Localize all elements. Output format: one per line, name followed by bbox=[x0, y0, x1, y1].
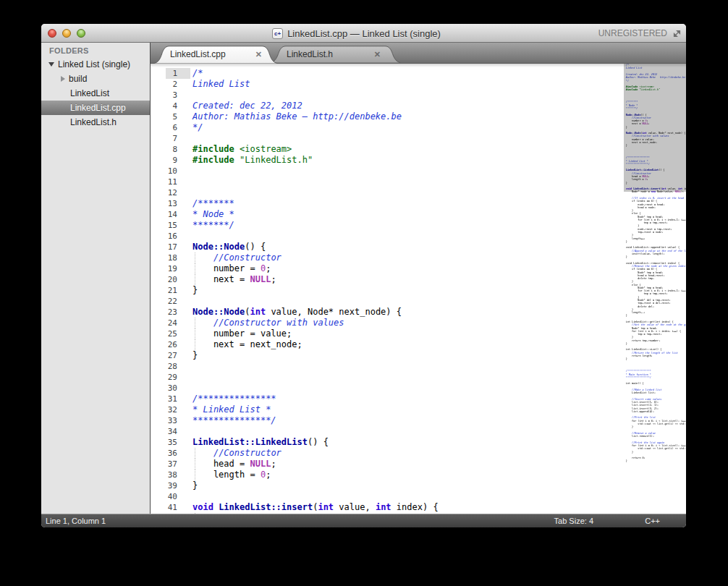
code-line[interactable]: //Constructor bbox=[192, 448, 686, 459]
code-line[interactable]: next = NULL; bbox=[192, 274, 686, 285]
line-number: 28 bbox=[151, 361, 190, 372]
code-line[interactable]: */ bbox=[192, 122, 686, 133]
code-line[interactable]: Created: dec 22, 2012 bbox=[192, 101, 686, 111]
tab-close-icon[interactable]: ✕ bbox=[374, 46, 381, 63]
sidebar: FOLDERS Linked List (single)buildLinkedL… bbox=[41, 43, 151, 514]
code-line[interactable] bbox=[192, 383, 686, 394]
code-line[interactable]: Node::Node(int value, Node* next_node) { bbox=[192, 307, 686, 318]
code-line[interactable]: length = 0; bbox=[192, 470, 686, 480]
code-line[interactable] bbox=[192, 90, 686, 101]
tab-label: LinkedList.cpp bbox=[170, 46, 226, 63]
code-line[interactable] bbox=[192, 187, 686, 198]
code-line[interactable]: next = next_node; bbox=[192, 339, 686, 350]
tab-label: LinkedList.h bbox=[287, 46, 333, 63]
code-line[interactable] bbox=[192, 296, 686, 307]
title-bar[interactable]: c+ LinkedList.cpp — Linked List (single)… bbox=[41, 24, 686, 43]
code-token: ; bbox=[266, 263, 271, 273]
code-line[interactable]: /* bbox=[192, 68, 686, 79]
code-token: index) { bbox=[391, 502, 439, 512]
registration-status: UNREGISTERED bbox=[598, 28, 667, 38]
resize-icon[interactable] bbox=[672, 29, 682, 38]
tab-size-indicator[interactable]: Tab Size: 4 bbox=[554, 515, 593, 527]
code-token: * Node * bbox=[192, 209, 234, 219]
code-line[interactable]: Author: Mathias Beke – http://denbeke.be bbox=[192, 111, 686, 122]
code-token: number = bbox=[192, 263, 261, 273]
editor[interactable]: 1234567891011121314151617181920212223242… bbox=[151, 64, 686, 514]
code-line[interactable]: LinkedList::LinkedList() { bbox=[192, 437, 686, 448]
code-line[interactable]: /******* bbox=[192, 198, 686, 209]
sidebar-item-label: build bbox=[69, 72, 87, 86]
code-line[interactable] bbox=[192, 372, 686, 383]
sidebar-item-label: LinkedList bbox=[70, 86, 109, 101]
code-line[interactable]: void LinkedList::insert(int value, int i… bbox=[192, 502, 686, 513]
code-line[interactable]: head = NULL; bbox=[192, 459, 686, 470]
sidebar-item-build[interactable]: build bbox=[41, 72, 150, 86]
code-line[interactable]: * Linked List * bbox=[192, 404, 686, 415]
expand-triangle-icon[interactable] bbox=[61, 76, 65, 82]
line-number: 5 bbox=[151, 111, 190, 122]
titlebar-right: UNREGISTERED bbox=[598, 24, 682, 43]
sidebar-item-linkedlist-cpp[interactable]: LinkedList.cpp bbox=[41, 101, 150, 115]
code-token: Author: Mathias Beke – http://denbeke.be bbox=[192, 111, 402, 122]
line-number: 12 bbox=[151, 187, 190, 198]
code-line[interactable] bbox=[192, 361, 686, 372]
line-number: 40 bbox=[151, 491, 190, 502]
code-token: *******/ bbox=[192, 220, 234, 230]
code-line[interactable]: //Constructor with values bbox=[192, 318, 686, 328]
code-line[interactable]: } bbox=[192, 350, 686, 361]
code-token: void bbox=[192, 502, 213, 512]
code-line[interactable]: /*************** bbox=[192, 394, 686, 404]
code-line[interactable]: Node::Node() { bbox=[192, 242, 686, 252]
minimap-line bbox=[626, 462, 686, 465]
code-line[interactable] bbox=[192, 231, 686, 242]
code-column[interactable]: /*Linked ListCreated: dec 22, 2012Author… bbox=[190, 68, 686, 514]
code-line[interactable]: Linked List bbox=[192, 79, 686, 90]
sidebar-item-linkedlist-h[interactable]: LinkedList.h bbox=[41, 115, 150, 129]
line-number: 3 bbox=[151, 90, 190, 101]
code-line[interactable] bbox=[192, 166, 686, 177]
window-title: LinkedList.cpp — Linked List (single) bbox=[287, 28, 441, 39]
code-line[interactable] bbox=[192, 426, 686, 437]
line-number: 9 bbox=[151, 155, 190, 166]
tab-close-icon[interactable]: ✕ bbox=[255, 46, 262, 63]
code-line[interactable] bbox=[192, 133, 686, 144]
sidebar-item-linkedlist[interactable]: LinkedList bbox=[41, 86, 150, 101]
line-number: 10 bbox=[151, 166, 190, 177]
minimap[interactable]: /*Linked ListCreated: dec 22, 2012Author… bbox=[624, 64, 686, 514]
code-line[interactable]: *******/ bbox=[192, 220, 686, 231]
minimap-viewport[interactable] bbox=[624, 64, 686, 192]
code-line[interactable]: ***************/ bbox=[192, 415, 686, 426]
code-line[interactable]: * Node * bbox=[192, 209, 686, 220]
code-line[interactable]: //Constructor bbox=[192, 252, 686, 263]
code-line[interactable] bbox=[192, 177, 686, 187]
code-line[interactable]: #include <iostream> bbox=[192, 144, 686, 155]
line-number: 36 bbox=[151, 448, 190, 459]
code-line[interactable]: #include "LinkedList.h" bbox=[192, 155, 686, 166]
main-area: FOLDERS Linked List (single)buildLinkedL… bbox=[41, 43, 686, 514]
code-token bbox=[192, 252, 213, 263]
code-token: Created: dec 22, 2012 bbox=[192, 101, 302, 111]
code-area: 1234567891011121314151617181920212223242… bbox=[151, 68, 686, 514]
code-token: NULL bbox=[250, 459, 271, 469]
code-token: number = value; bbox=[192, 328, 292, 339]
code-token bbox=[192, 448, 213, 458]
sidebar-item-linked-list-single[interactable]: Linked List (single) bbox=[41, 57, 150, 72]
code-line[interactable]: } bbox=[192, 480, 686, 491]
code-line[interactable]: number = 0; bbox=[192, 263, 686, 274]
line-number: 32 bbox=[151, 404, 190, 415]
line-number: 30 bbox=[151, 383, 190, 394]
line-number: 26 bbox=[151, 339, 190, 350]
code-token: "LinkedList.h" bbox=[240, 155, 313, 165]
code-token: head = bbox=[192, 459, 250, 469]
code-line[interactable]: number = value; bbox=[192, 328, 686, 339]
collapse-triangle-icon[interactable] bbox=[48, 62, 54, 67]
line-number: 15 bbox=[151, 220, 190, 231]
code-token: Node::Node bbox=[192, 242, 245, 252]
tab-strip: LinkedList.cpp✕ LinkedList.h✕ bbox=[151, 43, 686, 64]
syntax-indicator[interactable]: C++ bbox=[645, 515, 660, 527]
sidebar-item-label: LinkedList.h bbox=[70, 115, 117, 129]
code-token: } bbox=[192, 480, 198, 491]
line-number: 22 bbox=[151, 296, 190, 307]
code-line[interactable]: } bbox=[192, 285, 686, 296]
code-line[interactable] bbox=[192, 491, 686, 502]
